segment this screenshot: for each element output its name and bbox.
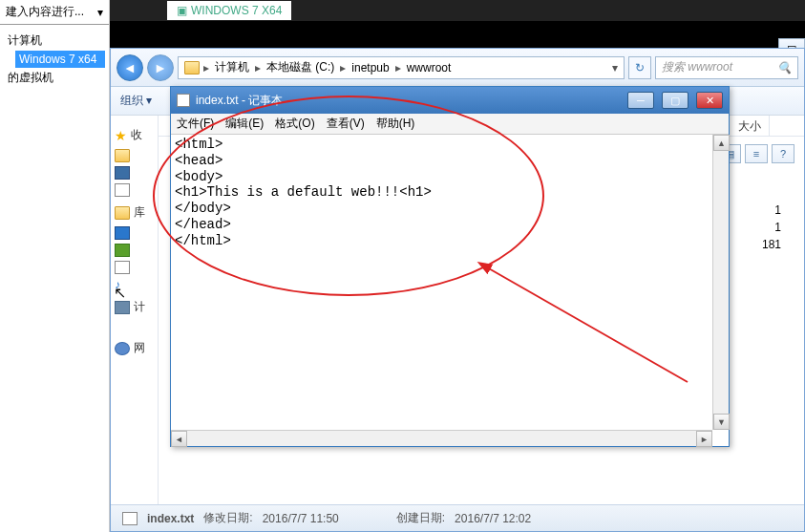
- breadcrumb-inetpub[interactable]: inetpub: [350, 61, 391, 74]
- recent-icon: [115, 183, 130, 197]
- file-icon: [122, 512, 138, 525]
- vm-item-other[interactable]: 的虚拟机: [4, 68, 105, 88]
- status-filename: index.txt: [147, 512, 194, 525]
- scroll-down-button[interactable]: ▼: [713, 414, 730, 430]
- vm-toolbar-band: [110, 21, 805, 48]
- sidebar-item[interactable]: [115, 147, 154, 164]
- breadcrumb-wwwroot[interactable]: wwwroot: [405, 61, 454, 74]
- scroll-right-button[interactable]: ►: [696, 431, 712, 447]
- chevron-down-icon[interactable]: ▾: [612, 61, 618, 74]
- notepad-icon: [177, 94, 190, 107]
- breadcrumb-sep[interactable]: ▸: [253, 61, 263, 74]
- status-create-value: 2016/7/7 12:02: [455, 512, 531, 525]
- music-icon: ♪: [115, 278, 130, 291]
- vm-sidebar: 建入内容进行... ▾ 计算机 Windows 7 x64 的虚拟机: [0, 0, 110, 532]
- status-create-label: 创建日期:: [396, 510, 445, 526]
- status-bar: index.txt 修改日期: 2016/7/7 11:50 创建日期: 201…: [111, 504, 804, 531]
- video-icon: [115, 226, 130, 240]
- sidebar-item[interactable]: [115, 242, 154, 259]
- notepad-title: index.txt - 记事本: [196, 93, 620, 109]
- menu-file[interactable]: 文件(F): [177, 116, 214, 132]
- notepad-window: index.txt - 记事本 ─ ▢ ✕ 文件(F) 编辑(E) 格式(O) …: [170, 86, 730, 447]
- address-bar[interactable]: ▸ 计算机 ▸ 本地磁盘 (C:) ▸ inetpub ▸ wwwroot ▾: [178, 56, 625, 79]
- notepad-titlebar[interactable]: index.txt - 记事本 ─ ▢ ✕: [171, 87, 729, 114]
- sidebar-item[interactable]: [115, 164, 154, 181]
- search-icon: 🔍: [777, 61, 792, 74]
- sidebar-item[interactable]: [115, 181, 154, 199]
- scrollbar-vertical[interactable]: ▲ ▼: [712, 135, 729, 430]
- vm-tab-label: WINDOWS 7 X64: [191, 4, 282, 17]
- file-size-value: 181: [762, 236, 781, 253]
- file-size-value: 1: [762, 202, 781, 219]
- library-icon: [115, 206, 130, 220]
- network-icon: [115, 342, 130, 355]
- sidebar-computer[interactable]: 计: [115, 299, 154, 315]
- help-button[interactable]: ?: [772, 144, 794, 163]
- star-icon: ★: [115, 128, 127, 143]
- minimize-button[interactable]: ─: [627, 92, 654, 109]
- breadcrumb-sep[interactable]: ▸: [338, 61, 348, 74]
- pictures-icon: [115, 244, 130, 257]
- refresh-button[interactable]: ↻: [628, 56, 651, 79]
- breadcrumb-sep[interactable]: ▸: [201, 61, 211, 74]
- scrollbar-horizontal[interactable]: ◄ ►: [171, 430, 712, 446]
- network-label: 网: [134, 340, 145, 356]
- back-button[interactable]: ◄: [117, 54, 143, 81]
- vm-tree: 计算机 Windows 7 x64 的虚拟机: [0, 25, 109, 94]
- computer-icon: [115, 301, 130, 314]
- favorites-label: 收: [131, 127, 142, 143]
- menu-help[interactable]: 帮助(H): [376, 116, 415, 132]
- breadcrumb-root[interactable]: 计算机: [213, 59, 251, 75]
- status-mod-value: 2016/7/7 11:50: [263, 512, 339, 525]
- vm-tabs: ▣ WINDOWS 7 X64: [110, 0, 805, 21]
- os-icon: ▣: [177, 4, 187, 17]
- vm-item-selected[interactable]: Windows 7 x64: [15, 51, 105, 68]
- sidebar-libraries[interactable]: 库: [115, 204, 154, 221]
- notepad-textarea[interactable]: <html> <head> <body> <h1>This is a defau…: [171, 135, 729, 251]
- view-details-button[interactable]: ≡: [745, 144, 768, 163]
- notepad-body: <html> <head> <body> <h1>This is a defau…: [171, 135, 729, 446]
- sidebar-item[interactable]: [115, 224, 154, 242]
- menu-format[interactable]: 格式(O): [275, 116, 314, 132]
- organize-menu[interactable]: 组织 ▾: [120, 93, 152, 109]
- folder-icon: [184, 61, 200, 74]
- file-sizes: 1 1 181: [762, 202, 781, 253]
- documents-icon: [115, 261, 130, 274]
- view-buttons: ▤ ≡ ?: [718, 144, 794, 163]
- computer-label: 计: [134, 299, 145, 315]
- vm-filter-dropdown[interactable]: 建入内容进行... ▾: [0, 0, 109, 25]
- search-placeholder: 搜索 wwwroot: [662, 59, 732, 75]
- breadcrumb-sep[interactable]: ▸: [393, 61, 403, 74]
- maximize-button[interactable]: ▢: [662, 92, 688, 109]
- menu-edit[interactable]: 编辑(E): [225, 116, 264, 132]
- forward-button[interactable]: ►: [147, 54, 174, 81]
- vm-root[interactable]: 计算机: [4, 31, 105, 51]
- chevron-down-icon: ▾: [97, 6, 103, 19]
- menu-view[interactable]: 查看(V): [327, 116, 365, 132]
- sidebar-item[interactable]: [115, 259, 154, 276]
- breadcrumb-disk[interactable]: 本地磁盘 (C:): [265, 59, 336, 75]
- desktop-icon: [115, 166, 130, 180]
- close-button[interactable]: ✕: [696, 92, 723, 109]
- explorer-sidebar: ★收 库 ♪ 计 网: [111, 116, 159, 531]
- search-input[interactable]: 搜索 wwwroot 🔍: [655, 56, 798, 79]
- sidebar-item[interactable]: ♪: [115, 276, 154, 293]
- scroll-up-button[interactable]: ▲: [713, 135, 730, 151]
- vm-tab[interactable]: ▣ WINDOWS 7 X64: [167, 1, 291, 20]
- status-mod-label: 修改日期:: [203, 510, 252, 526]
- scroll-left-button[interactable]: ◄: [171, 431, 187, 447]
- file-size-value: 1: [762, 219, 781, 236]
- sidebar-network[interactable]: 网: [115, 340, 154, 356]
- vm-filter-label: 建入内容进行...: [6, 4, 84, 20]
- notepad-menubar: 文件(F) 编辑(E) 格式(O) 查看(V) 帮助(H): [171, 114, 729, 135]
- folder-icon: [115, 149, 130, 162]
- sidebar-favorites[interactable]: ★收: [115, 127, 154, 143]
- organize-label: 组织: [120, 94, 143, 107]
- explorer-header: ◄ ► ▸ 计算机 ▸ 本地磁盘 (C:) ▸ inetpub ▸ wwwroo…: [111, 49, 804, 87]
- libraries-label: 库: [134, 204, 145, 221]
